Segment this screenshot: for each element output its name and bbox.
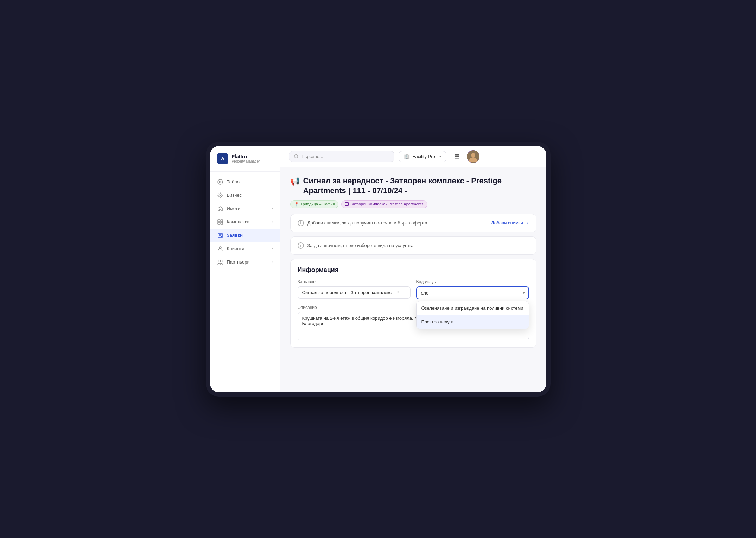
- info-row: i Добави снимки, за да получиш по-точна …: [298, 220, 529, 226]
- svg-rect-15: [347, 203, 349, 204]
- info-text: Добави снимки, за да получиш по-точна и …: [307, 220, 429, 226]
- sidebar-item-label: Клиенти: [227, 246, 244, 251]
- service-field: Вид услуга ▾ Озеленяване и изграждане на…: [416, 279, 529, 299]
- svg-point-1: [219, 181, 221, 183]
- sidebar-item-dashboard[interactable]: Табло: [210, 175, 280, 189]
- partners-icon: [217, 259, 223, 265]
- sidebar-item-clients[interactable]: Клиенти ›: [210, 242, 280, 255]
- sidebar-item-label: Заявки: [227, 233, 243, 238]
- properties-icon: [217, 205, 223, 212]
- location-tag: 📍 Триадица – София: [290, 200, 339, 208]
- sidebar-item-partners[interactable]: Партньори ›: [210, 255, 280, 269]
- dropdown-item-2[interactable]: Електро услуги: [417, 315, 529, 329]
- chevron-icon: ›: [272, 260, 273, 264]
- logo-area: Flattro Property Manager: [210, 153, 280, 172]
- search-box[interactable]: [289, 151, 394, 162]
- avatar[interactable]: [467, 150, 479, 163]
- building-icon: 🏢: [404, 154, 410, 159]
- title-input[interactable]: [298, 286, 411, 299]
- svg-point-2: [220, 195, 221, 196]
- info-icon: i: [298, 242, 304, 249]
- chevron-down-icon: ▾: [439, 154, 441, 158]
- section-title: Информация: [298, 266, 529, 274]
- grid-icon: [345, 202, 349, 206]
- sidebar-item-complexes[interactable]: Комплекси ›: [210, 215, 280, 229]
- title-field: Заглавие: [298, 279, 411, 299]
- svg-rect-9: [455, 154, 459, 156]
- service-label: Вид услуга: [416, 279, 529, 284]
- title-label: Заглавие: [298, 279, 411, 284]
- sidebar-item-label: Бизнес: [227, 192, 242, 198]
- chevron-icon: ›: [272, 247, 273, 251]
- page-title: 📢 Сигнал за нередност - Затворен комплек…: [290, 176, 536, 196]
- business-icon: [217, 192, 223, 198]
- tags-container: 📍 Триадица – София Затворен комплекс - P…: [290, 200, 536, 208]
- chevron-icon: ›: [272, 220, 273, 224]
- clients-icon: [217, 246, 223, 252]
- sidebar-item-label: Партньори: [227, 259, 250, 265]
- layers-button[interactable]: [451, 150, 463, 163]
- sidebar-nav: Табло Бизнес: [210, 175, 280, 269]
- page-header: 📢 Сигнал за нередност - Затворен комплек…: [290, 176, 536, 208]
- location-label: Триадица – София: [301, 202, 335, 206]
- info-text: За да започнем, първо изберете вида на у…: [307, 243, 415, 248]
- form-grid: Заглавие Вид услуга ▾ Озеленяв: [298, 279, 529, 340]
- app-window: Flattro Property Manager Табло: [210, 146, 546, 392]
- complex-label: Затворен комплекс - Prestige Apartments: [350, 202, 423, 206]
- main-content: 🏢 Facility Pro ▾: [280, 146, 546, 392]
- svg-rect-6: [221, 222, 223, 224]
- sidebar: Flattro Property Manager Табло: [210, 146, 280, 392]
- svg-rect-3: [218, 220, 220, 222]
- svg-point-13: [471, 153, 475, 157]
- logo-text-area: Flattro Property Manager: [232, 154, 260, 163]
- topbar: 🏢 Facility Pro ▾: [280, 146, 546, 167]
- sidebar-item-label: Имоти: [227, 206, 240, 211]
- dropdown-item-1[interactable]: Озеленяване и изграждане на поливни сист…: [417, 301, 529, 315]
- service-info-box: i За да започнем, първо изберете вида на…: [290, 236, 536, 255]
- svg-rect-16: [345, 204, 347, 206]
- requests-icon: [217, 232, 223, 239]
- svg-rect-14: [345, 203, 347, 204]
- add-photos-link[interactable]: Добави снимки →: [491, 220, 529, 226]
- logo-icon: [217, 153, 228, 164]
- dashboard-icon: [217, 179, 223, 185]
- information-section: Информация Заглавие Вид услуга: [290, 259, 536, 348]
- svg-point-0: [218, 179, 223, 184]
- service-select-container: ▾ Озеленяване и изграждане на поливни си…: [416, 286, 529, 299]
- topbar-actions: [451, 150, 479, 163]
- app-name: Flattro: [232, 154, 260, 159]
- search-input[interactable]: [301, 154, 389, 159]
- service-dropdown: Озеленяване и изграждане на поливни сист…: [416, 301, 529, 329]
- sidebar-item-label: Комплекси: [227, 219, 250, 224]
- photos-info-box: i Добави снимки, за да получиш по-точна …: [290, 214, 536, 232]
- device-frame: Flattro Property Manager Табло: [206, 142, 551, 397]
- search-icon: [294, 154, 299, 159]
- svg-rect-5: [218, 222, 220, 224]
- svg-rect-4: [221, 220, 223, 222]
- chevron-icon: ›: [272, 207, 273, 210]
- pin-icon: 📍: [294, 202, 299, 207]
- svg-rect-10: [455, 156, 459, 157]
- service-input[interactable]: [416, 286, 529, 299]
- info-icon: i: [298, 220, 304, 226]
- complex-tag: Затворен комплекс - Prestige Apartments: [341, 200, 427, 208]
- svg-rect-11: [455, 158, 459, 159]
- content-area: 📢 Сигнал за нередност - Затворен комплек…: [280, 167, 546, 392]
- megaphone-icon: 📢: [290, 177, 300, 187]
- facility-name: Facility Pro: [413, 154, 435, 159]
- complexes-icon: [217, 219, 223, 225]
- sidebar-item-label: Табло: [227, 179, 240, 184]
- page-title-text: Сигнал за нередност - Затворен комплекс …: [303, 176, 536, 196]
- app-subtitle: Property Manager: [232, 159, 260, 163]
- info-row: i За да започнем, първо изберете вида на…: [298, 242, 529, 249]
- sidebar-item-properties[interactable]: Имоти ›: [210, 202, 280, 215]
- sidebar-item-requests[interactable]: Заявки: [210, 229, 280, 242]
- facility-selector[interactable]: 🏢 Facility Pro ▾: [399, 151, 446, 162]
- svg-point-7: [219, 247, 221, 249]
- svg-rect-17: [347, 204, 349, 206]
- sidebar-item-business[interactable]: Бизнес: [210, 189, 280, 202]
